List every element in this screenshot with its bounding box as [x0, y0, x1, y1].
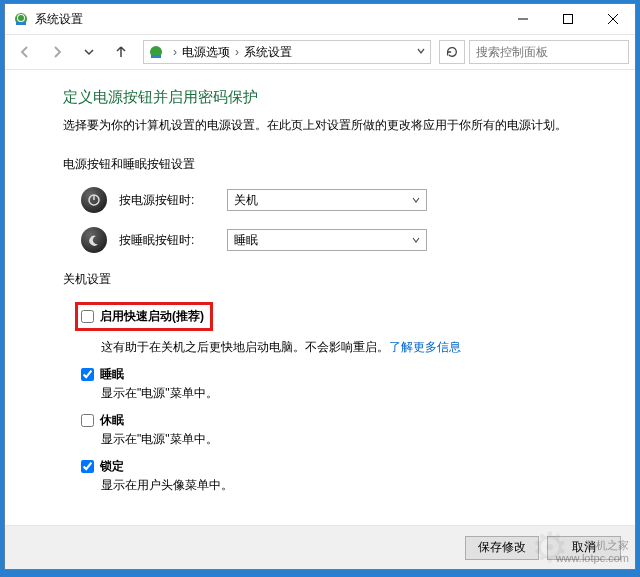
search-input[interactable]	[469, 40, 629, 64]
learn-more-link[interactable]: 了解更多信息	[389, 340, 461, 354]
minimize-button[interactable]	[500, 4, 545, 34]
checkbox-row: 锁定	[81, 458, 611, 475]
svg-rect-1	[16, 22, 26, 25]
sleep-button-value: 睡眠	[234, 232, 258, 249]
power-icon	[81, 187, 107, 213]
power-button-select[interactable]: 关机	[227, 189, 427, 211]
section-header-shutdown: 关机设置	[63, 271, 611, 288]
checkbox-lock[interactable]	[81, 460, 94, 473]
checkbox-hibernate[interactable]	[81, 414, 94, 427]
breadcrumb-item[interactable]: 电源选项	[182, 44, 230, 61]
maximize-button[interactable]	[545, 4, 590, 34]
chevron-right-icon[interactable]: ›	[170, 45, 180, 59]
power-options-icon	[13, 11, 29, 27]
checkbox-description: 这有助于在关机之后更快地启动电脑。不会影响重启。了解更多信息	[101, 339, 611, 356]
up-button[interactable]	[107, 38, 135, 66]
shutdown-item-fast_startup: 启用快速启动(推荐)这有助于在关机之后更快地启动电脑。不会影响重启。了解更多信息	[81, 302, 611, 356]
checkbox-label[interactable]: 启用快速启动(推荐)	[100, 308, 204, 325]
shutdown-item-sleep: 睡眠显示在"电源"菜单中。	[81, 366, 611, 402]
chevron-right-icon[interactable]: ›	[232, 45, 242, 59]
sleep-icon	[81, 227, 107, 253]
power-button-row: 按电源按钮时: 关机	[81, 187, 611, 213]
footer: 保存修改 取消	[5, 525, 635, 569]
section-header-buttons: 电源按钮和睡眠按钮设置	[63, 156, 611, 173]
checkbox-description: 显示在"电源"菜单中。	[101, 385, 611, 402]
checkbox-label[interactable]: 锁定	[100, 458, 124, 475]
refresh-button[interactable]	[439, 40, 465, 64]
svg-rect-9	[151, 55, 161, 58]
page-description: 选择要为你的计算机设置的电源设置。在此页上对设置所做的更改将应用于你所有的电源计…	[63, 117, 611, 134]
breadcrumb[interactable]: › 电源选项 › 系统设置	[143, 40, 431, 64]
sleep-button-row: 按睡眠按钮时: 睡眠	[81, 227, 611, 253]
content: 定义电源按钮并启用密码保护 选择要为你的计算机设置的电源设置。在此页上对设置所做…	[5, 70, 635, 525]
power-button-label: 按电源按钮时:	[119, 192, 215, 209]
shutdown-item-hibernate: 休眠显示在"电源"菜单中。	[81, 412, 611, 448]
navbar: › 电源选项 › 系统设置	[5, 34, 635, 70]
window-buttons	[500, 4, 635, 34]
sleep-button-select[interactable]: 睡眠	[227, 229, 427, 251]
window: 系统设置 › 电源选项 › 系统设置	[4, 3, 636, 570]
chevron-down-icon	[412, 233, 420, 247]
titlebar: 系统设置	[5, 4, 635, 34]
checkbox-sleep[interactable]	[81, 368, 94, 381]
power-button-value: 关机	[234, 192, 258, 209]
chevron-down-icon	[412, 193, 420, 207]
highlight-box: 启用快速启动(推荐)	[75, 302, 213, 331]
breadcrumb-item[interactable]: 系统设置	[244, 44, 292, 61]
svg-point-3	[18, 15, 24, 21]
sleep-button-label: 按睡眠按钮时:	[119, 232, 215, 249]
window-title: 系统设置	[35, 11, 500, 28]
shutdown-settings-list: 启用快速启动(推荐)这有助于在关机之后更快地启动电脑。不会影响重启。了解更多信息…	[81, 302, 611, 494]
page-title: 定义电源按钮并启用密码保护	[63, 88, 611, 107]
recent-locations-button[interactable]	[75, 38, 103, 66]
checkbox-label[interactable]: 睡眠	[100, 366, 124, 383]
checkbox-description: 显示在"电源"菜单中。	[101, 431, 611, 448]
chevron-down-icon[interactable]	[416, 45, 426, 59]
svg-rect-5	[563, 15, 572, 24]
back-button[interactable]	[11, 38, 39, 66]
cancel-button[interactable]: 取消	[547, 536, 621, 560]
checkbox-row: 睡眠	[81, 366, 611, 383]
checkbox-label[interactable]: 休眠	[100, 412, 124, 429]
save-button[interactable]: 保存修改	[465, 536, 539, 560]
shutdown-item-lock: 锁定显示在用户头像菜单中。	[81, 458, 611, 494]
power-options-icon	[148, 44, 164, 60]
checkbox-row: 休眠	[81, 412, 611, 429]
checkbox-description: 显示在用户头像菜单中。	[101, 477, 611, 494]
forward-button[interactable]	[43, 38, 71, 66]
close-button[interactable]	[590, 4, 635, 34]
checkbox-fast_startup[interactable]	[81, 310, 94, 323]
